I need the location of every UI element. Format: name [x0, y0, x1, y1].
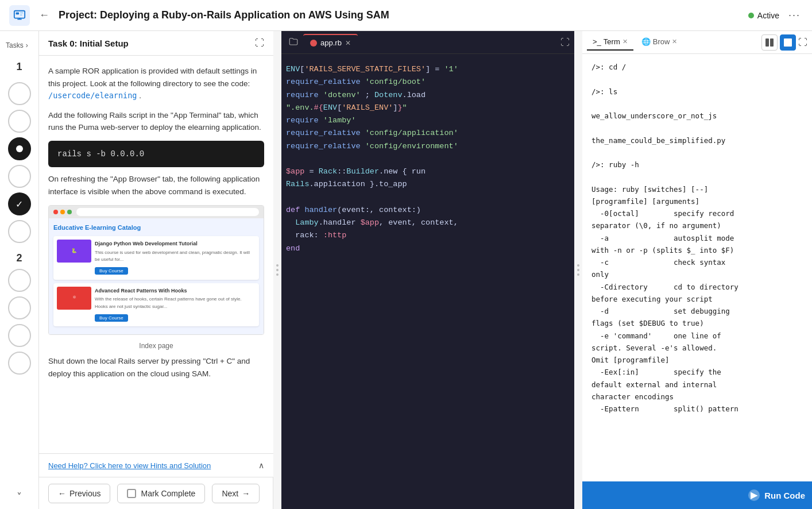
app-rb-tab[interactable]: app.rb ✕ — [303, 34, 358, 51]
run-code-bar: ▶ Run Code — [582, 481, 812, 509]
editor-maximize-button[interactable]: ⛶ — [560, 37, 570, 48]
bottom-nav: ← Previous Mark Complete Next → — [39, 477, 273, 509]
next-label: Next — [222, 489, 238, 498]
split-view-button[interactable] — [761, 34, 778, 51]
url-bar — [76, 208, 259, 216]
editor-header: app.rb ✕ ⛶ — [281, 31, 574, 54]
card1-title: Django Python Web Development Tutorial — [95, 240, 256, 248]
code-line: def handler(event:, context:) — [286, 204, 570, 217]
tab-close-button[interactable]: ✕ — [345, 39, 351, 47]
code-line: Lamby.handler $app, event, context, — [286, 217, 570, 229]
code-line: ENV['RAILS_SERVE_STATIC_FILES'] = '1' — [286, 63, 570, 76]
top-header: ← Project: Deploying a Ruby-on-Rails App… — [0, 0, 812, 31]
terminal-tab[interactable]: >_ Term ✕ — [587, 34, 633, 51]
back-button[interactable]: ← — [37, 7, 52, 24]
brow-tab-label: Brow — [653, 37, 670, 46]
svg-rect-2 — [20, 12, 23, 13]
right-header: >_ Term ✕ 🌐 Brow ✕ ⛶ — [582, 31, 812, 54]
terminal-tab-close[interactable]: ✕ — [622, 38, 628, 45]
next-button[interactable]: Next → — [212, 484, 260, 503]
step-2-2[interactable] — [8, 296, 31, 319]
main-area: Tasks › 1 ✓ 2 ˅ Task 0: Initial Setup ⛶ … — [0, 31, 812, 509]
right-maximize-button[interactable]: ⛶ — [798, 37, 807, 48]
section2-number: 2 — [0, 245, 38, 267]
card2-desc: With the release of hooks, certain React… — [95, 296, 256, 311]
step-1-1[interactable] — [8, 82, 31, 105]
browser-tab-close[interactable]: ✕ — [672, 38, 677, 45]
prev-arrow-icon: ← — [58, 489, 66, 498]
folder-icon[interactable] — [286, 34, 301, 51]
terminal-icon: >_ — [593, 37, 601, 46]
step-2-4[interactable] — [8, 352, 31, 375]
svg-rect-8 — [784, 38, 792, 47]
more-button[interactable]: ··· — [786, 7, 803, 24]
svg-rect-0 — [14, 10, 25, 18]
code-line: Rails.application }.to_app — [286, 178, 570, 191]
editor-body: ENV['RAILS_SERVE_STATIC_FILES'] = '1' re… — [281, 54, 574, 509]
mark-complete-checkbox-icon — [127, 489, 136, 498]
card2-title: Advanced React Patterns With Hooks — [95, 287, 256, 295]
term-tab-label: Term — [604, 37, 620, 46]
hint-chevron-up-icon[interactable]: ∧ — [258, 461, 264, 470]
card2-text: Advanced React Patterns With Hooks With … — [95, 287, 256, 323]
collapse-sidebar-button[interactable]: ˅ — [17, 491, 22, 503]
view-buttons: ⛶ — [761, 34, 807, 51]
command-text: rails s -b 0.0.0.0 — [57, 149, 144, 159]
active-label: Active — [757, 11, 779, 20]
command-block: rails s -b 0.0.0.0 — [48, 141, 264, 167]
code-link: /usercode/elearning — [48, 91, 137, 100]
active-dot — [748, 13, 754, 18]
screenshot-header — [49, 206, 264, 218]
hint-link[interactable]: Need Help? Click here to view Hints and … — [48, 461, 211, 470]
card2-buy-button[interactable]: Buy Course — [95, 314, 128, 322]
tasks-nav[interactable]: Tasks › — [0, 37, 38, 54]
svg-rect-3 — [20, 14, 22, 16]
right-resize-handle — [574, 31, 582, 509]
svg-rect-1 — [16, 12, 19, 14]
left-sidebar: Tasks › 1 ✓ 2 ˅ — [0, 31, 39, 509]
expand-icon[interactable]: ⛶ — [255, 38, 264, 48]
screenshot-app-title: Educative E-learning Catalog — [53, 223, 259, 233]
tasks-chevron-right-icon: › — [26, 41, 28, 49]
card1-buy-button[interactable]: Buy Course — [95, 267, 128, 275]
previous-button[interactable]: ← Previous — [48, 484, 110, 503]
step-1-3-active[interactable] — [8, 137, 31, 160]
step-1-4[interactable] — [8, 165, 31, 188]
task-content: A sample ROR application is provided wit… — [39, 56, 273, 453]
card1-text: Django Python Web Development Tutorial T… — [95, 240, 256, 276]
editor-panel: app.rb ✕ ⛶ ENV['RAILS_SERVE_STATIC_FILES… — [281, 31, 574, 509]
step-2-3[interactable] — [8, 324, 31, 347]
card1-desc: This course is used for web development … — [95, 249, 256, 264]
step-1-2[interactable] — [8, 110, 31, 133]
step-1-6[interactable] — [8, 220, 31, 243]
step-1-5-check[interactable]: ✓ — [8, 192, 31, 215]
terminal-body: />: cd / />: ls we_allow_underscore_or_n… — [582, 54, 812, 481]
mark-complete-button[interactable]: Mark Complete — [117, 484, 205, 503]
mark-complete-label: Mark Complete — [141, 489, 195, 498]
run-code-label: Run Code — [764, 491, 805, 500]
svg-rect-6 — [765, 38, 769, 47]
browser-tab[interactable]: 🌐 Brow ✕ — [636, 34, 683, 51]
code-line: require 'lamby' — [286, 114, 570, 127]
code-line — [286, 191, 570, 204]
task-panel-title: Task 0: Initial Setup — [48, 38, 129, 48]
card1-image: 🐍 — [57, 240, 91, 263]
step-2-1[interactable] — [8, 269, 31, 292]
dot-yellow — [60, 210, 65, 214]
dot-red — [53, 210, 58, 214]
project-title: Project: Deploying a Ruby-on-Rails Appli… — [59, 9, 741, 21]
tab-name: app.rb — [320, 38, 342, 47]
code-line: $app = Rack::Builder.new { run — [286, 165, 570, 178]
screenshot-body: Educative E-learning Catalog 🐍 Django Py… — [49, 218, 264, 335]
code-line: rack: :http — [286, 229, 570, 242]
task-panel-header: Task 0: Initial Setup ⛶ — [39, 31, 273, 56]
run-code-button[interactable]: ▶ Run Code — [748, 489, 805, 501]
code-line: end — [286, 242, 570, 255]
code-line — [286, 153, 570, 165]
paragraph1-text: A sample ROR application is provided wit… — [48, 67, 257, 88]
screenshot-box: Educative E-learning Catalog 🐍 Django Py… — [48, 205, 264, 336]
card2-image: ⚛ — [57, 287, 91, 310]
single-view-button[interactable] — [780, 34, 796, 51]
paragraph2: Add the following Rails script in the "A… — [48, 109, 264, 134]
next-arrow-icon: → — [242, 489, 250, 498]
